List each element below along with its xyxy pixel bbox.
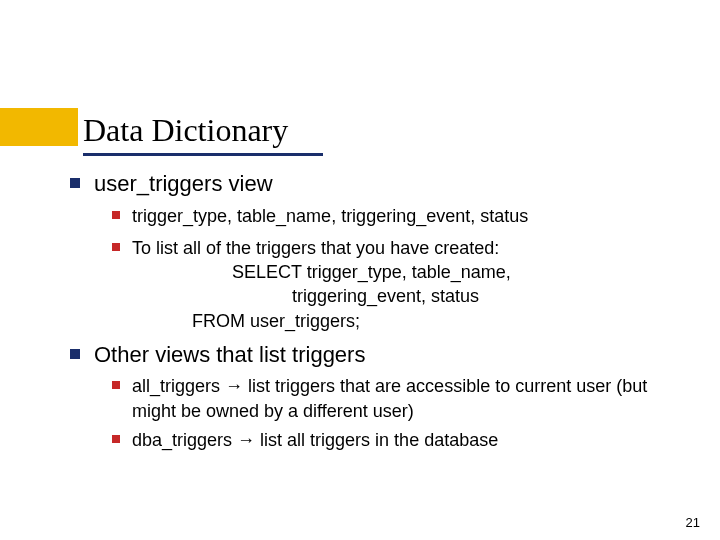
slide-title-block: Data Dictionary bbox=[83, 112, 323, 156]
square-bullet-icon bbox=[112, 381, 120, 389]
level2-lead: To list all of the triggers that you hav… bbox=[132, 238, 499, 258]
slide-title: Data Dictionary bbox=[83, 112, 323, 153]
code-block: SELECT trigger_type, table_name, trigger… bbox=[232, 260, 511, 333]
code-line: SELECT trigger_type, table_name, bbox=[232, 260, 511, 284]
code-line: triggering_event, status bbox=[292, 284, 511, 308]
level2-item: To list all of the triggers that you hav… bbox=[112, 236, 680, 333]
level1-item: user_triggers view bbox=[70, 170, 680, 198]
level1-text: user_triggers view bbox=[94, 170, 273, 198]
arrow-right-icon: → bbox=[237, 430, 255, 450]
level2-text: To list all of the triggers that you hav… bbox=[132, 236, 511, 333]
slide-content: user_triggers view trigger_type, table_n… bbox=[70, 170, 680, 460]
arrow-right-icon: → bbox=[225, 376, 243, 396]
level2-text: dba_triggers → list all triggers in the … bbox=[132, 428, 498, 452]
accent-bar bbox=[0, 108, 78, 146]
level2-text: trigger_type, table_name, triggering_eve… bbox=[132, 204, 528, 228]
text-post: list all triggers in the database bbox=[255, 430, 498, 450]
title-underline bbox=[83, 153, 323, 156]
level1-text: Other views that list triggers bbox=[94, 341, 365, 369]
level2-text: all_triggers → list triggers that are ac… bbox=[132, 374, 680, 423]
text-pre: all_triggers bbox=[132, 376, 225, 396]
level2-item: dba_triggers → list all triggers in the … bbox=[112, 428, 680, 452]
level2-item: trigger_type, table_name, triggering_eve… bbox=[112, 204, 680, 228]
square-bullet-icon bbox=[112, 435, 120, 443]
page-number: 21 bbox=[686, 515, 700, 530]
square-bullet-icon bbox=[112, 211, 120, 219]
code-line: FROM user_triggers; bbox=[192, 309, 511, 333]
square-bullet-icon bbox=[70, 349, 80, 359]
level2-item: all_triggers → list triggers that are ac… bbox=[112, 374, 680, 423]
text-pre: dba_triggers bbox=[132, 430, 237, 450]
level1-item: Other views that list triggers bbox=[70, 341, 680, 369]
square-bullet-icon bbox=[112, 243, 120, 251]
square-bullet-icon bbox=[70, 178, 80, 188]
